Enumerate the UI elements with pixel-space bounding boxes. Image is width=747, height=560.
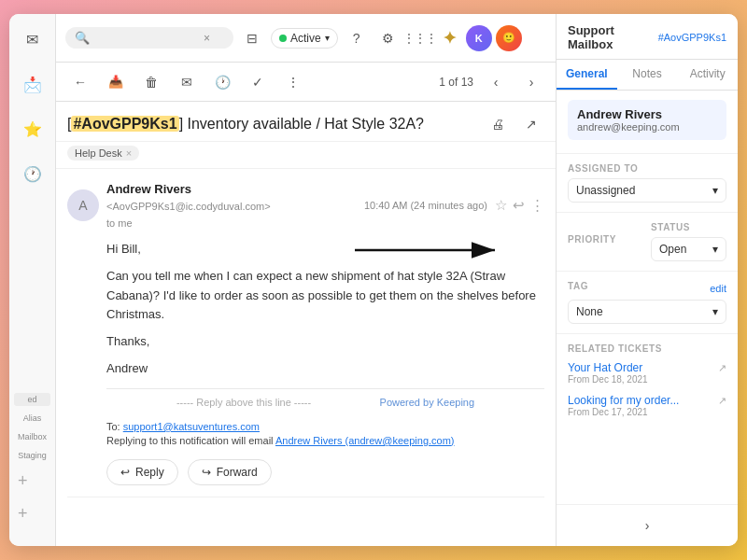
panel-expand-row: › bbox=[557, 504, 738, 546]
toolbar: 🔍 (subject:(AovGPP × ⊟ Active ▾ ? ⚙ ⋮⋮⋮ … bbox=[56, 14, 556, 63]
pagination-text: 1 of 13 bbox=[439, 76, 473, 89]
reply-bar: ----- Reply above this line ----- Powere… bbox=[106, 388, 544, 415]
status-col: STATUS Open ▾ bbox=[651, 222, 726, 261]
tag-section: TAG edit None ▾ bbox=[557, 272, 738, 334]
sidebar-add-btn-2[interactable]: + bbox=[14, 500, 50, 527]
reply-icon[interactable]: ↩ bbox=[513, 197, 525, 214]
forward-btn[interactable]: ↪ Forward bbox=[188, 459, 272, 485]
status-chevron-icon: ▾ bbox=[712, 243, 718, 256]
email-body: Hi Bill, Can you tell me when I can expe… bbox=[67, 240, 544, 379]
mail-action-btn[interactable]: ✉ bbox=[174, 69, 200, 95]
reply-link[interactable]: Andrew Rivers (andrew@keeping.com) bbox=[275, 435, 455, 446]
tag-edit-btn[interactable]: edit bbox=[710, 283, 726, 294]
email-subbar: ← 📥 🗑 ✉ 🕐 ✓ ⋮ 1 of 13 ‹ › bbox=[56, 63, 556, 102]
from-email: <AovGPP9Ks1@ic.codyduval.com> bbox=[106, 201, 271, 212]
more-btn[interactable]: ⋮ bbox=[280, 69, 306, 95]
related-tickets-label: RELATED TICKETS bbox=[568, 343, 726, 354]
sidebar-label-mailbox[interactable]: Mailbox bbox=[14, 430, 50, 443]
to-email-link[interactable]: support1@katsuventures.com bbox=[123, 421, 260, 432]
tag-close-icon[interactable]: × bbox=[126, 147, 132, 159]
open-external-btn[interactable]: ↗ bbox=[518, 111, 544, 137]
delete-btn[interactable]: 🗑 bbox=[138, 69, 164, 95]
support-ticket-id[interactable]: #AovGPP9Ks1 bbox=[658, 32, 726, 43]
tag-section-label: TAG bbox=[568, 281, 588, 291]
support-panel: Support Mailbox #AovGPP9Ks1 General Note… bbox=[556, 14, 738, 546]
sidebar-label-ed[interactable]: ed bbox=[14, 393, 50, 406]
related-ticket-1[interactable]: Your Hat Order From Dec 18, 2021 ↗ bbox=[568, 361, 726, 385]
tag-chevron-icon: ▾ bbox=[712, 305, 718, 318]
sidebar-label-staging[interactable]: Staging bbox=[14, 449, 50, 462]
sidebar-nav3-icon[interactable]: 🕐 bbox=[17, 158, 49, 189]
tag-select[interactable]: None ▾ bbox=[568, 300, 726, 324]
apps-btn[interactable]: ⋮⋮⋮ bbox=[407, 25, 433, 51]
assigned-select[interactable]: Unassigned ▾ bbox=[568, 178, 726, 203]
sender-avatar: A bbox=[67, 189, 99, 221]
body-content: Can you tell me when I can expect a new … bbox=[106, 267, 544, 325]
star-icon[interactable]: ☆ bbox=[495, 197, 507, 214]
to-label: to me bbox=[106, 217, 133, 229]
active-dot bbox=[279, 35, 287, 42]
sidebar-nav2-icon[interactable]: ⭐ bbox=[17, 113, 49, 145]
sidebar-mail-icon[interactable]: ✉ bbox=[17, 23, 49, 55]
prev-email-btn[interactable]: ‹ bbox=[483, 69, 509, 95]
help-btn[interactable]: ? bbox=[344, 25, 370, 51]
email-from-row: A Andrew Rivers <AovGPP9Ks1@ic.codyduval… bbox=[67, 180, 544, 231]
sidebar-nav1-icon[interactable]: 📩 bbox=[17, 68, 49, 100]
status-select[interactable]: Open ▾ bbox=[651, 237, 726, 261]
tab-activity[interactable]: Activity bbox=[677, 60, 738, 90]
search-input[interactable]: (subject:(AovGPP bbox=[95, 32, 198, 45]
more-options-icon[interactable]: ⋮ bbox=[530, 197, 544, 214]
email-action-icons: ☆ ↩ ⋮ bbox=[495, 197, 544, 214]
contact-email: andrew@keeping.com bbox=[577, 121, 717, 133]
sidebar-label-alias[interactable]: Alias bbox=[14, 412, 50, 425]
settings-btn[interactable]: ⚙ bbox=[375, 25, 402, 51]
print-btn[interactable]: 🖨 bbox=[485, 111, 511, 137]
app-logo: ✦ bbox=[443, 28, 457, 49]
email-subject: [#AovGPP9Ks1] Inventory available / Hat … bbox=[67, 116, 424, 133]
priority-label: PRIORITY bbox=[568, 234, 643, 245]
reply-notify-line: Replying to this notification will email… bbox=[67, 435, 544, 446]
related-ticket-1-title: Your Hat Order bbox=[568, 361, 714, 374]
search-box[interactable]: 🔍 (subject:(AovGPP × bbox=[65, 27, 233, 49]
related-2-external-icon: ↗ bbox=[718, 395, 726, 407]
clock-btn[interactable]: 🕐 bbox=[209, 69, 235, 95]
tag-header-row: TAG edit bbox=[568, 281, 726, 296]
check-btn[interactable]: ✓ bbox=[245, 69, 271, 95]
contact-card[interactable]: Andrew Rivers andrew@keeping.com bbox=[568, 100, 726, 140]
active-status-badge[interactable]: Active ▾ bbox=[271, 28, 338, 49]
related-tickets-section: RELATED TICKETS Your Hat Order From Dec … bbox=[557, 334, 738, 436]
related-ticket-1-info: Your Hat Order From Dec 18, 2021 bbox=[568, 361, 714, 385]
search-icon: 🔍 bbox=[75, 31, 90, 45]
assigned-label: ASSIGNED TO bbox=[568, 163, 726, 174]
pagination: 1 of 13 bbox=[439, 76, 473, 89]
related-ticket-2-info: Looking for my order... From Dec 17, 202… bbox=[568, 394, 714, 417]
next-email-btn[interactable]: › bbox=[518, 69, 544, 95]
panel-expand-btn[interactable]: › bbox=[634, 512, 660, 539]
body-greeting: Hi Bill, bbox=[106, 240, 544, 259]
avatar-2[interactable]: 🙂 bbox=[496, 25, 522, 51]
priority-col: PRIORITY bbox=[568, 234, 643, 249]
reply-btn[interactable]: ↩ Reply bbox=[106, 459, 178, 485]
subject-row: [#AovGPP9Ks1] Inventory available / Hat … bbox=[56, 102, 556, 142]
priority-status-section: PRIORITY STATUS Open ▾ bbox=[557, 213, 738, 272]
reply-to-line: To: support1@katsuventures.com bbox=[67, 421, 544, 432]
status-label: STATUS bbox=[651, 222, 726, 232]
forward-arrow-icon: ↪ bbox=[202, 466, 211, 479]
subject-text: Inventory available / Hat Style 32A? bbox=[188, 116, 424, 132]
search-close-icon[interactable]: × bbox=[204, 32, 210, 45]
sidebar-add-btn-1[interactable]: + bbox=[14, 468, 50, 495]
sidebar: ✉ 📩 ⭐ 🕐 ed Alias Mailbox Staging + + bbox=[9, 14, 56, 546]
priority-status-row: PRIORITY STATUS Open ▾ bbox=[568, 222, 726, 261]
from-name: Andrew Rivers bbox=[106, 182, 191, 196]
related-ticket-2-title: Looking for my order... bbox=[568, 394, 714, 407]
archive-btn[interactable]: 📥 bbox=[103, 69, 129, 95]
avatar-1[interactable]: K bbox=[466, 25, 492, 51]
keeping-link[interactable]: Powered by Keeping bbox=[380, 397, 475, 408]
tab-notes[interactable]: Notes bbox=[617, 60, 678, 90]
contact-name: Andrew Rivers bbox=[577, 107, 717, 121]
help-desk-tag[interactable]: Help Desk × bbox=[67, 146, 139, 161]
filter-btn[interactable]: ⊟ bbox=[239, 25, 265, 51]
tab-general[interactable]: General bbox=[557, 60, 617, 90]
related-ticket-2[interactable]: Looking for my order... From Dec 17, 202… bbox=[568, 394, 726, 417]
back-btn[interactable]: ← bbox=[67, 69, 93, 95]
